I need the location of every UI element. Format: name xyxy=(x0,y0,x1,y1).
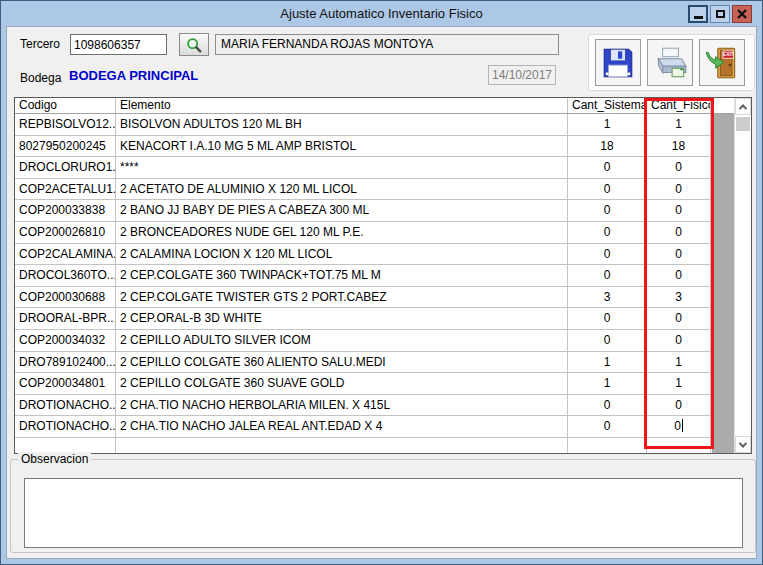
cell-elemento[interactable]: 2 CHA.TIO NACHO JALEA REAL ANT.EDAD X 4 xyxy=(116,416,568,437)
cell-codigo[interactable]: COP200034801 xyxy=(15,373,116,394)
cell-cant-sistema[interactable]: 0 xyxy=(568,157,647,178)
column-header-elemento[interactable]: Elemento xyxy=(116,98,568,113)
cell-cant-sistema[interactable]: 0 xyxy=(568,222,647,243)
cell-codigo[interactable]: REPBISOLVO12... xyxy=(15,114,116,135)
cell-cant-fisico[interactable]: 0 xyxy=(647,179,711,200)
search-button[interactable] xyxy=(179,33,209,56)
cell-cant-fisico[interactable]: 0 xyxy=(647,308,711,329)
table-row[interactable]: COP2CALAMINA...2 CALAMINA LOCION X 120 M… xyxy=(15,244,712,266)
cell-elemento[interactable]: 2 CEP.COLGATE 360 TWINPACK+TOT.75 ML M xyxy=(116,265,568,286)
scrollbar-thumb[interactable] xyxy=(736,117,750,131)
table-row[interactable]: COP2000348012 CEPILLO COLGATE 360 SUAVE … xyxy=(15,373,712,395)
table-row[interactable]: DROTIONACHO...2 CHA.TIO NACHO HERBOLARIA… xyxy=(15,395,712,417)
scroll-down-button[interactable] xyxy=(735,436,751,453)
cell-codigo[interactable]: 8027950200245 xyxy=(15,136,116,157)
cell-cant-fisico[interactable]: 0 xyxy=(647,395,711,416)
cell-elemento[interactable]: 2 CEPILLO COLGATE 360 ALIENTO SALU.MEDI xyxy=(116,352,568,373)
window-controls xyxy=(688,5,752,23)
cell-codigo[interactable]: DRO789102400... xyxy=(15,352,116,373)
cell-cant-fisico[interactable]: 0 xyxy=(647,200,711,221)
cell-codigo[interactable]: DROCOL360TO... xyxy=(15,265,116,286)
cell-cant-fisico[interactable]: 0 xyxy=(647,244,711,265)
table-row[interactable]: COP2ACETALU1...2 ACETATO DE ALUMINIO X 1… xyxy=(15,179,712,201)
cell-cant-fisico[interactable]: 1 xyxy=(647,373,711,394)
cell-cant-fisico[interactable]: 3 xyxy=(647,287,711,308)
cell-elemento[interactable]: KENACORT I.A.10 MG 5 ML AMP BRISTOL xyxy=(116,136,568,157)
cell-codigo[interactable]: COP200034032 xyxy=(15,330,116,351)
cell-elemento[interactable]: 2 CEP.ORAL-B 3D WHITE xyxy=(116,308,568,329)
table-row[interactable]: DROTIONACHO...2 CHA.TIO NACHO JALEA REAL… xyxy=(15,416,712,438)
cell-cant-fisico[interactable]: 0 xyxy=(647,222,711,243)
cell-cant-sistema[interactable]: 0 xyxy=(568,179,647,200)
table-row[interactable]: COP2000340322 CEPILLO ADULTO SILVER ICOM… xyxy=(15,330,712,352)
window-title: Ajuste Automatico Inventario Fisico xyxy=(1,1,762,26)
cell-cant-sistema[interactable]: 18 xyxy=(568,136,647,157)
table-row[interactable]: COP2000306882 CEP.COLGATE TWISTER GTS 2 … xyxy=(15,287,712,309)
cell-elemento[interactable]: 2 ACETATO DE ALUMINIO X 120 ML LICOL xyxy=(116,179,568,200)
maximize-button[interactable] xyxy=(710,5,730,23)
cell-elemento[interactable]: 2 BANO JJ BABY DE PIES A CABEZA 300 ML xyxy=(116,200,568,221)
cell-cant-fisico[interactable]: 0 xyxy=(647,416,711,437)
close-button[interactable] xyxy=(732,5,752,23)
observacion-textarea[interactable] xyxy=(24,478,743,548)
cell-cant-sistema[interactable]: 1 xyxy=(568,114,647,135)
cell-cant-fisico[interactable]: 1 xyxy=(647,352,711,373)
cell-elemento[interactable]: 2 CHA.TIO NACHO HERBOLARIA MILEN. X 415L xyxy=(116,395,568,416)
exit-button[interactable]: EXIT xyxy=(699,39,745,86)
chevron-up-icon xyxy=(739,104,747,112)
cell-codigo[interactable]: COP200026810 xyxy=(15,222,116,243)
cell-cant-fisico[interactable]: 0 xyxy=(647,330,711,351)
save-button[interactable] xyxy=(595,39,641,86)
cell-cant-sistema[interactable]: 0 xyxy=(568,200,647,221)
cell-codigo[interactable]: COP200030688 xyxy=(15,287,116,308)
table-row[interactable]: COP2000268102 BRONCEADORES NUDE GEL 120 … xyxy=(15,222,712,244)
cell-cant-fisico[interactable]: 18 xyxy=(647,136,711,157)
scroll-up-button[interactable] xyxy=(735,98,751,115)
table-row[interactable]: DROCOL360TO...2 CEP.COLGATE 360 TWINPACK… xyxy=(15,265,712,287)
cell-elemento[interactable]: 2 CALAMINA LOCION X 120 ML LICOL xyxy=(116,244,568,265)
cell-elemento[interactable]: 2 CEPILLO COLGATE 360 SUAVE GOLD xyxy=(116,373,568,394)
vertical-scrollbar[interactable] xyxy=(734,98,751,453)
cell-cant-sistema[interactable]: 0 xyxy=(568,244,647,265)
cell-cant-sistema[interactable]: 3 xyxy=(568,287,647,308)
cell-codigo[interactable]: DROCLORURO1... xyxy=(15,157,116,178)
table-row[interactable]: DROORAL-BPR...2 CEP.ORAL-B 3D WHITE00 xyxy=(15,308,712,330)
minimize-button[interactable] xyxy=(688,5,708,23)
cell-elemento[interactable]: 2 BRONCEADORES NUDE GEL 120 ML P.E. xyxy=(116,222,568,243)
cell-elemento[interactable]: 2 CEPILLO ADULTO SILVER ICOM xyxy=(116,330,568,351)
cell-cant-sistema[interactable]: 0 xyxy=(568,416,647,437)
inventory-grid: Codigo Elemento Cant_Sistema Cant_Fisico… xyxy=(14,97,752,454)
table-row[interactable]: COP2000338382 BANO JJ BABY DE PIES A CAB… xyxy=(15,200,712,222)
cell-cant-sistema[interactable]: 0 xyxy=(568,265,647,286)
observacion-label: Observacion xyxy=(18,452,91,466)
cell-cant-sistema[interactable]: 0 xyxy=(568,330,647,351)
column-header-cant-sistema[interactable]: Cant_Sistema xyxy=(568,98,647,113)
cell-codigo[interactable]: COP200033838 xyxy=(15,200,116,221)
cell-cant-fisico[interactable]: 1 xyxy=(647,114,711,135)
cell-cant-fisico[interactable]: 0 xyxy=(647,157,711,178)
table-row[interactable]: DRO789102400...2 CEPILLO COLGATE 360 ALI… xyxy=(15,352,712,374)
cell-codigo[interactable]: COP2ACETALU1... xyxy=(15,179,116,200)
table-row[interactable]: DROCLORURO1...****00 xyxy=(15,157,712,179)
cell-codigo[interactable]: DROORAL-BPR... xyxy=(15,308,116,329)
table-row-partial xyxy=(15,438,712,453)
cell-codigo[interactable]: COP2CALAMINA... xyxy=(15,244,116,265)
column-header-cant-fisico[interactable]: Cant_Fisico xyxy=(647,98,711,113)
table-row[interactable]: REPBISOLVO12...BISOLVON ADULTOS 120 ML B… xyxy=(15,114,712,136)
column-header-codigo[interactable]: Codigo xyxy=(15,98,116,113)
cell-cant-sistema[interactable]: 1 xyxy=(568,373,647,394)
cell-elemento[interactable]: BISOLVON ADULTOS 120 ML BH xyxy=(116,114,568,135)
cell-elemento[interactable]: **** xyxy=(116,157,568,178)
cell-codigo[interactable]: DROTIONACHO... xyxy=(15,416,116,437)
cell-cant-sistema[interactable]: 1 xyxy=(568,352,647,373)
table-row[interactable]: 8027950200245KENACORT I.A.10 MG 5 ML AMP… xyxy=(15,136,712,158)
cell-cant-fisico[interactable]: 0 xyxy=(647,265,711,286)
cell-cant-sistema[interactable]: 0 xyxy=(568,395,647,416)
print-button[interactable] xyxy=(647,39,693,86)
date-field: 14/10/2017 xyxy=(488,65,556,85)
cell-empty xyxy=(647,438,711,453)
cell-cant-sistema[interactable]: 0 xyxy=(568,308,647,329)
tercero-input[interactable] xyxy=(70,34,167,55)
cell-elemento[interactable]: 2 CEP.COLGATE TWISTER GTS 2 PORT.CABEZ xyxy=(116,287,568,308)
cell-codigo[interactable]: DROTIONACHO... xyxy=(15,395,116,416)
